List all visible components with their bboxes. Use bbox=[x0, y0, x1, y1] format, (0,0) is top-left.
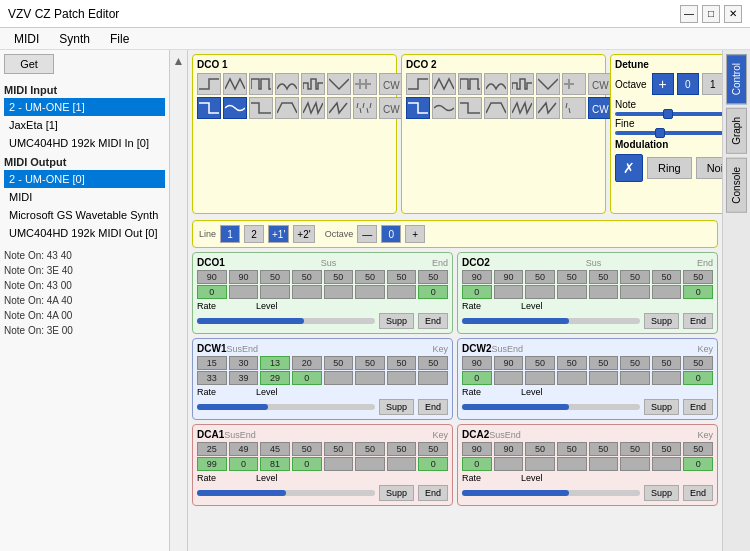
tab-control[interactable]: Control bbox=[726, 54, 747, 104]
dca1-supp-btn[interactable]: Supp bbox=[379, 485, 414, 501]
dca2-end-btn[interactable]: End bbox=[683, 485, 713, 501]
dco2-wave-13[interactable] bbox=[536, 97, 560, 119]
menu-synth[interactable]: Synth bbox=[49, 30, 100, 48]
dco2-wave-5[interactable] bbox=[536, 73, 560, 95]
dco1-wave-9[interactable] bbox=[223, 97, 247, 119]
dca1-r1c7: 50 bbox=[418, 442, 448, 456]
dco2-r2c2 bbox=[525, 285, 555, 299]
dca1-r1c4: 50 bbox=[324, 442, 354, 456]
dco2-wave-12[interactable] bbox=[510, 97, 534, 119]
ring-button[interactable]: Ring bbox=[647, 157, 692, 179]
dco1-wave-15[interactable]: CW bbox=[379, 97, 403, 119]
dco1-wave-3[interactable] bbox=[275, 73, 299, 95]
dco1-wave-1[interactable] bbox=[223, 73, 247, 95]
noise-button[interactable]: Noise bbox=[696, 157, 722, 179]
dco2-wave-2[interactable] bbox=[458, 73, 482, 95]
svg-line-17 bbox=[569, 108, 570, 113]
dco2-wave-7[interactable]: CW bbox=[588, 73, 612, 95]
octave-btn-0[interactable]: 0 bbox=[677, 73, 699, 95]
line-btn-2[interactable]: 2 bbox=[244, 225, 264, 243]
dca1-end-btn[interactable]: End bbox=[418, 485, 448, 501]
dco2-wave-10[interactable] bbox=[458, 97, 482, 119]
dco2-wave-14[interactable] bbox=[562, 97, 586, 119]
line-btn-plus2[interactable]: +2' bbox=[293, 225, 314, 243]
dco1-wave-2[interactable] bbox=[249, 73, 273, 95]
dco1-wave-11[interactable] bbox=[275, 97, 299, 119]
dcw1-r1c4: 50 bbox=[324, 356, 354, 370]
tab-console[interactable]: Console bbox=[726, 158, 747, 213]
dcw2-supp-btn[interactable]: Supp bbox=[644, 399, 679, 415]
oct-minus-btn[interactable]: — bbox=[357, 225, 377, 243]
close-button[interactable]: ✕ bbox=[724, 5, 742, 23]
line-btn-1[interactable]: 1 bbox=[220, 225, 240, 243]
line-btn-plus1[interactable]: +1' bbox=[268, 225, 289, 243]
dco1-wave-14[interactable] bbox=[353, 97, 377, 119]
dco2-r1c2: 50 bbox=[525, 270, 555, 284]
oct-plus-btn[interactable]: + bbox=[405, 225, 425, 243]
midi-input-item-0[interactable]: 2 - UM-ONE [1] bbox=[4, 98, 165, 116]
dco2-wave-8[interactable] bbox=[406, 97, 430, 119]
dco2-box: DCO 2 CW bbox=[401, 54, 606, 214]
dco2-rate-label: Rate bbox=[462, 301, 481, 311]
dcw1-supp-btn[interactable]: Supp bbox=[379, 399, 414, 415]
mod-x-button[interactable]: ✗ bbox=[615, 154, 643, 182]
dca1-r1c5: 50 bbox=[355, 442, 385, 456]
midi-input-item-2[interactable]: UMC404HD 192k MIDI In [0] bbox=[4, 134, 165, 152]
dco1-wave-7[interactable]: CW bbox=[379, 73, 403, 95]
dco1-wave-13[interactable] bbox=[327, 97, 351, 119]
dco1-slider[interactable] bbox=[197, 318, 375, 324]
dco2-wave-3[interactable] bbox=[484, 73, 508, 95]
dcw2-slider[interactable] bbox=[462, 404, 640, 410]
midi-output-item-3[interactable]: UMC404HD 192k MIDI Out [0] bbox=[4, 224, 165, 242]
dco2-wave-6[interactable] bbox=[562, 73, 586, 95]
maximize-button[interactable]: □ bbox=[702, 5, 720, 23]
dco1-end-label: End bbox=[432, 258, 448, 268]
dco2-supp-btn[interactable]: Supp bbox=[644, 313, 679, 329]
svg-text:CW: CW bbox=[383, 80, 400, 91]
dco1-level-label: Level bbox=[256, 301, 278, 311]
oct-value-btn[interactable]: 0 bbox=[381, 225, 401, 243]
svg-text:CW: CW bbox=[592, 104, 609, 115]
get-button[interactable]: Get bbox=[4, 54, 54, 74]
menu-midi[interactable]: MIDI bbox=[4, 30, 49, 48]
dco1-end-btn[interactable]: End bbox=[418, 313, 448, 329]
dcw1-slider[interactable] bbox=[197, 404, 375, 410]
dco2-wave-1[interactable] bbox=[432, 73, 456, 95]
dca2-supp-btn[interactable]: Supp bbox=[644, 485, 679, 501]
tab-graph[interactable]: Graph bbox=[726, 108, 747, 154]
midi-output-item-0[interactable]: 2 - UM-ONE [0] bbox=[4, 170, 165, 188]
octave-plus-btn[interactable]: + bbox=[652, 73, 674, 95]
dco2-wave-9[interactable] bbox=[432, 97, 456, 119]
midi-input-item-1[interactable]: JaxEta [1] bbox=[4, 116, 165, 134]
menu-file[interactable]: File bbox=[100, 30, 139, 48]
dca2-slider[interactable] bbox=[462, 490, 640, 496]
dco1-sus-label: Sus bbox=[321, 258, 337, 268]
dco2-slider[interactable] bbox=[462, 318, 640, 324]
octave-btn-1[interactable]: 1 bbox=[702, 73, 722, 95]
dco1-wave-0[interactable] bbox=[197, 73, 221, 95]
dco1-wave-6[interactable] bbox=[353, 73, 377, 95]
dcw1-end-btn[interactable]: End bbox=[418, 399, 448, 415]
dco2-wave-0[interactable] bbox=[406, 73, 430, 95]
dco1-wave-5[interactable] bbox=[327, 73, 351, 95]
dca2-env-title: DCA2 bbox=[462, 429, 489, 440]
dcw1-r2c2: 29 bbox=[260, 371, 290, 385]
dco1-wave-8[interactable] bbox=[197, 97, 221, 119]
dcw2-end-btn[interactable]: End bbox=[683, 399, 713, 415]
dca1-slider[interactable] bbox=[197, 490, 375, 496]
midi-output-item-2[interactable]: Microsoft GS Wavetable Synth bbox=[4, 206, 165, 224]
fine-slider[interactable] bbox=[615, 131, 722, 135]
dco1-wave-12[interactable] bbox=[301, 97, 325, 119]
note-slider[interactable] bbox=[615, 112, 722, 116]
dco1-wave-4[interactable] bbox=[301, 73, 325, 95]
dco2-end-btn[interactable]: End bbox=[683, 313, 713, 329]
dco1-wave-10[interactable] bbox=[249, 97, 273, 119]
dcw2-r2c0: 0 bbox=[462, 371, 492, 385]
dco2-wave-4[interactable] bbox=[510, 73, 534, 95]
dco2-wave-15[interactable]: CW bbox=[588, 97, 612, 119]
dco2-wave-11[interactable] bbox=[484, 97, 508, 119]
midi-output-item-1[interactable]: MIDI bbox=[4, 188, 165, 206]
minimize-button[interactable]: — bbox=[680, 5, 698, 23]
dco1-supp-btn[interactable]: Supp bbox=[379, 313, 414, 329]
dca1-key-label: Key bbox=[432, 430, 448, 440]
